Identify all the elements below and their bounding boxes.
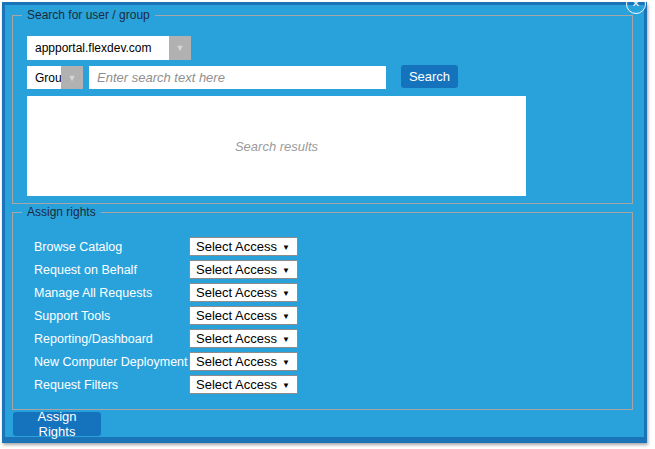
rights-row: Request Filters Select Access ▼: [13, 375, 632, 394]
access-select-value: Select Access: [190, 354, 277, 369]
rights-row-label: New Computer Deployment: [34, 355, 188, 369]
assign-rights-button[interactable]: Assign Rights: [13, 412, 101, 436]
access-select-value: Select Access: [190, 262, 277, 277]
search-type-combo-value: Group: [27, 66, 61, 89]
rights-row: Support Tools Select Access ▼: [13, 306, 632, 325]
access-select[interactable]: Select Access ▼: [189, 329, 298, 348]
dropdown-arrow-icon: ▼: [282, 242, 290, 251]
access-select[interactable]: Select Access ▼: [189, 306, 298, 325]
rights-row: New Computer Deployment Select Access ▼: [13, 352, 632, 371]
search-group-legend: Search for user / group: [22, 8, 155, 22]
assign-rights-section: Assign rights Browse Catalog Select Acce…: [12, 212, 633, 410]
domain-combo[interactable]: appportal.flexdev.com ▼: [27, 36, 191, 60]
access-select[interactable]: Select Access ▼: [189, 260, 298, 279]
search-input[interactable]: [89, 66, 386, 89]
close-icon: ✕: [632, 0, 640, 9]
domain-combo-value: appportal.flexdev.com: [27, 36, 169, 60]
rights-row: Request on Behalf Select Access ▼: [13, 260, 632, 279]
access-select[interactable]: Select Access ▼: [189, 237, 298, 256]
dropdown-arrow-icon: ▼: [282, 288, 290, 297]
rights-row: Browse Catalog Select Access ▼: [13, 237, 632, 256]
access-select-value: Select Access: [190, 377, 277, 392]
close-button[interactable]: ✕: [626, 0, 646, 14]
access-select-value: Select Access: [190, 239, 277, 254]
rights-row-label: Manage All Requests: [34, 286, 152, 300]
access-select[interactable]: Select Access ▼: [189, 375, 298, 394]
chevron-down-icon[interactable]: ▼: [169, 36, 191, 60]
access-select[interactable]: Select Access ▼: [189, 352, 298, 371]
rights-group-legend: Assign rights: [22, 205, 101, 219]
dropdown-arrow-icon: ▼: [282, 311, 290, 320]
rights-row-label: Request on Behalf: [34, 263, 137, 277]
page: ✕ Search for user / group appportal.flex…: [0, 0, 655, 449]
search-button[interactable]: Search: [401, 65, 458, 88]
assign-rights-dialog: ✕ Search for user / group appportal.flex…: [2, 2, 647, 443]
rights-row-label: Request Filters: [34, 378, 118, 392]
rights-row-label: Reporting/Dashboard: [34, 332, 153, 346]
search-type-combo[interactable]: Group ▼: [27, 66, 83, 89]
dropdown-arrow-icon: ▼: [282, 334, 290, 343]
access-select-value: Select Access: [190, 308, 277, 323]
access-select[interactable]: Select Access ▼: [189, 283, 298, 302]
rights-row: Manage All Requests Select Access ▼: [13, 283, 632, 302]
access-select-value: Select Access: [190, 285, 277, 300]
rights-row: Reporting/Dashboard Select Access ▼: [13, 329, 632, 348]
dropdown-arrow-icon: ▼: [282, 265, 290, 274]
dropdown-arrow-icon: ▼: [282, 357, 290, 366]
rights-row-label: Support Tools: [34, 309, 110, 323]
rights-row-label: Browse Catalog: [34, 240, 122, 254]
access-select-value: Select Access: [190, 331, 277, 346]
dropdown-arrow-icon: ▼: [282, 380, 290, 389]
search-user-group-section: Search for user / group appportal.flexde…: [12, 15, 633, 204]
search-results-placeholder: Search results: [235, 139, 318, 154]
chevron-down-icon[interactable]: ▼: [61, 66, 83, 89]
search-results-panel[interactable]: Search results: [27, 96, 526, 196]
